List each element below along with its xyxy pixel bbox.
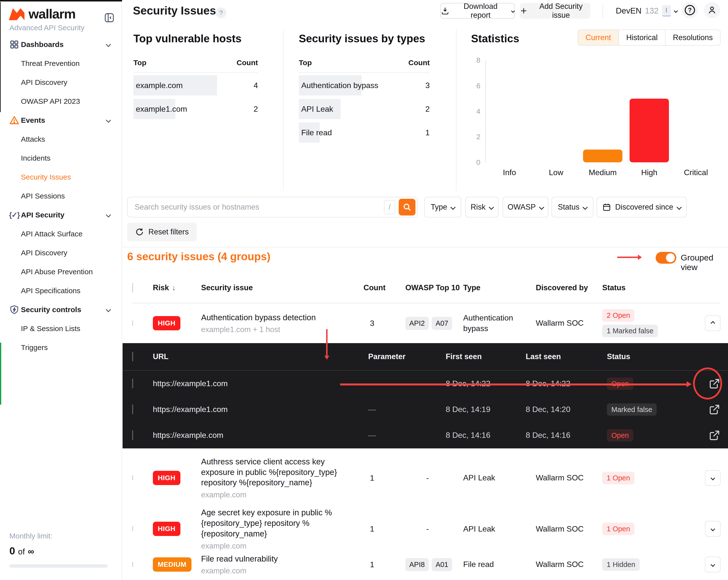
download-icon bbox=[441, 6, 449, 15]
column-status: Status bbox=[602, 283, 683, 292]
count-cell: 3 bbox=[364, 319, 381, 328]
status-cell: Open bbox=[607, 431, 687, 440]
title-help-icon[interactable]: ? bbox=[215, 7, 227, 18]
subtable-row[interactable]: https://example1.com—8 Dec, 14:228 Dec, … bbox=[123, 371, 728, 396]
row-checkbox[interactable] bbox=[132, 562, 133, 567]
chevron-up-icon bbox=[710, 321, 715, 325]
filter-label: OWASP bbox=[508, 203, 536, 212]
risk-badge: MEDIUM bbox=[153, 557, 191, 572]
sidebar-item-api-sessions[interactable]: API Sessions bbox=[0, 187, 122, 205]
search-input[interactable] bbox=[128, 203, 384, 212]
search-button[interactable] bbox=[399, 199, 415, 216]
section-divider bbox=[123, 247, 728, 247]
row-checkbox[interactable] bbox=[132, 526, 133, 531]
filter-type[interactable]: Type bbox=[424, 197, 461, 217]
sort-desc-icon[interactable]: ↓ bbox=[172, 284, 176, 292]
sidebar-item-api-abuse-prevention[interactable]: API Abuse Prevention bbox=[0, 262, 122, 281]
filter-status[interactable]: Status bbox=[551, 197, 593, 217]
chevron-down-icon bbox=[489, 204, 494, 210]
download-report-label: Download report bbox=[453, 2, 508, 20]
list-item: File read1 bbox=[299, 121, 430, 144]
bar-medium bbox=[583, 149, 622, 162]
select-all-checkbox[interactable] bbox=[132, 283, 133, 293]
user-menu-button[interactable] bbox=[704, 2, 720, 18]
sidebar-item-api-specifications[interactable]: API Specifications bbox=[0, 281, 122, 300]
expand-row-button[interactable] bbox=[705, 557, 721, 572]
search-icon bbox=[402, 202, 412, 212]
owasp-badge: A01 bbox=[432, 558, 452, 571]
item-count: 3 bbox=[425, 81, 430, 90]
sidebar-item-owasp-api-2023[interactable]: OWASP API 2023 bbox=[0, 92, 122, 111]
filter-risk[interactable]: Risk bbox=[465, 197, 498, 217]
row-checkbox[interactable] bbox=[132, 404, 133, 414]
risk-badge: HIGH bbox=[153, 522, 180, 536]
status-badge: 1 Open bbox=[602, 523, 634, 535]
row-checkbox[interactable] bbox=[132, 379, 133, 388]
sidebar-item-security-controls[interactable]: Security controls bbox=[0, 300, 122, 319]
monthly-limit: Monthly limit: 0 of ∞ bbox=[9, 532, 108, 568]
sidebar-item-incidents[interactable]: Incidents bbox=[0, 148, 122, 167]
environment-switcher[interactable]: DevEN 132 I bbox=[616, 3, 677, 19]
table-row[interactable]: HIGHAge secret key exposure in public %{… bbox=[132, 507, 721, 546]
grid-icon bbox=[9, 39, 20, 50]
table-row[interactable]: HIGHAuthress service client access key e… bbox=[132, 448, 721, 507]
parameter-cell: — bbox=[368, 431, 446, 440]
sidebar-item-threat-prevention[interactable]: Threat Prevention bbox=[0, 54, 122, 73]
environment-count: 132 bbox=[645, 6, 658, 16]
sidebar-item-api-security[interactable]: {✓}API Security bbox=[0, 205, 122, 224]
add-security-issue-button[interactable]: Add Security issue bbox=[520, 3, 591, 19]
plus-icon bbox=[520, 7, 528, 15]
panel-title: Top vulnerable hosts bbox=[133, 29, 258, 45]
sidebar-item-triggers[interactable]: Triggers bbox=[0, 338, 122, 357]
sidebar-item-ip-session-lists[interactable]: IP & Session Lists bbox=[0, 319, 122, 338]
sidebar-item-api-discovery[interactable]: API Discovery bbox=[0, 73, 122, 92]
top-vulnerable-hosts-panel: Top vulnerable hosts Top Count example.c… bbox=[133, 29, 258, 120]
table-row[interactable]: HIGHAuthentication bypass detectionexamp… bbox=[132, 303, 721, 343]
sidebar-item-security-issues[interactable]: Security Issues bbox=[0, 167, 122, 187]
infinity-icon: ∞ bbox=[28, 546, 34, 557]
issue-cell: Authentication bypass detectionexample1.… bbox=[201, 312, 364, 334]
subtable-row[interactable]: https://example1.com—8 Dec, 14:198 Dec, … bbox=[123, 396, 728, 422]
sidebar-item-attacks[interactable]: Attacks bbox=[0, 130, 122, 148]
status-badge: 2 Open bbox=[602, 309, 634, 322]
open-details-button[interactable] bbox=[709, 430, 721, 441]
count-cell: 1 bbox=[364, 560, 381, 569]
sidebar-collapse-icon[interactable] bbox=[104, 12, 115, 23]
expand-row-button[interactable] bbox=[705, 521, 721, 537]
open-details-button[interactable] bbox=[709, 378, 721, 390]
sidebar-item-label: OWASP API 2023 bbox=[21, 97, 80, 106]
url-cell: https://example1.com bbox=[153, 379, 368, 388]
column-risk[interactable]: Risk bbox=[153, 283, 169, 292]
expand-row-button[interactable] bbox=[705, 470, 721, 486]
row-checkbox-cell bbox=[132, 379, 153, 388]
subtable-row[interactable]: https://example.com—8 Dec, 14:168 Dec, 1… bbox=[123, 422, 728, 448]
filter-discovered-since[interactable]: Discovered since bbox=[597, 197, 687, 217]
collapse-row-button[interactable] bbox=[705, 315, 721, 331]
sidebar-item-api-attack-surface[interactable]: API Attack Surface bbox=[0, 224, 122, 243]
environment-badge: I bbox=[662, 5, 671, 17]
table-row[interactable]: MEDIUMFile read vulnerabilityexample.com… bbox=[132, 546, 721, 580]
tab-current[interactable]: Current bbox=[578, 30, 618, 45]
help-button[interactable]: ? bbox=[682, 2, 698, 18]
sidebar-item-label: Attacks bbox=[21, 135, 45, 143]
row-checkbox[interactable] bbox=[132, 321, 133, 326]
discovered-by-cell: Wallarm SOC bbox=[536, 472, 602, 483]
open-details-button[interactable] bbox=[709, 404, 721, 415]
row-checkbox[interactable] bbox=[132, 475, 133, 480]
sidebar-item-api-discovery[interactable]: API Discovery bbox=[0, 243, 122, 262]
first-seen-cell: 8 Dec, 14:22 bbox=[446, 379, 526, 388]
sidebar-item-dashboards[interactable]: Dashboards bbox=[0, 35, 122, 54]
expand-cell bbox=[683, 557, 721, 572]
sidebar-item-events[interactable]: Events bbox=[0, 111, 122, 130]
tab-historical[interactable]: Historical bbox=[619, 30, 665, 45]
row-checkbox[interactable] bbox=[132, 430, 133, 440]
tab-resolutions[interactable]: Resolutions bbox=[665, 30, 720, 45]
filter-owasp[interactable]: OWASP bbox=[502, 197, 548, 217]
download-report-button[interactable]: Download report bbox=[440, 3, 515, 19]
column-header-top: Top bbox=[133, 59, 147, 67]
x-tick-label: Info bbox=[486, 168, 533, 177]
sidebar-item-label: Security Issues bbox=[21, 173, 71, 181]
subtable-select-all-checkbox[interactable] bbox=[132, 352, 133, 361]
grouped-view-toggle[interactable] bbox=[656, 252, 676, 264]
reset-filters-button[interactable]: Reset filters bbox=[127, 223, 197, 241]
